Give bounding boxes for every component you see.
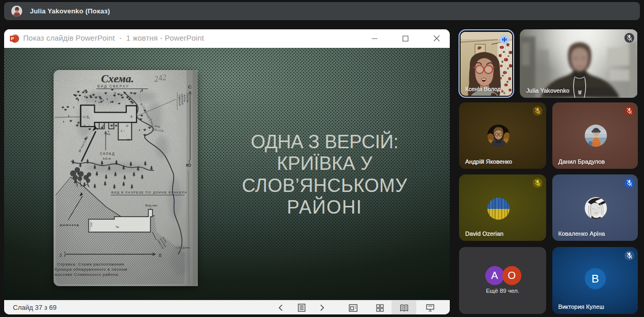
svg-text:P: P [11,36,14,41]
